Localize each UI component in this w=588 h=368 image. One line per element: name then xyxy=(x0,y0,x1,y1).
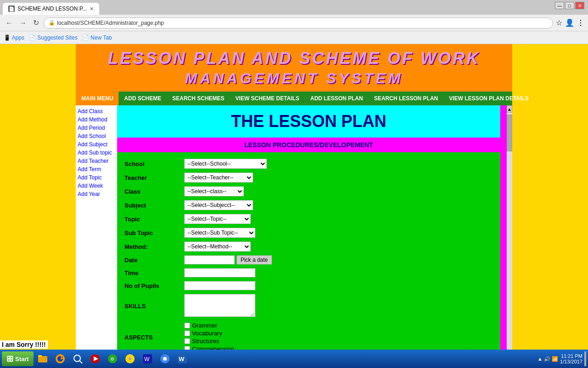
profile-icon[interactable]: 👤 xyxy=(565,18,574,27)
field-label-topic: Topic xyxy=(122,212,181,226)
header-banner: LESSON PLAN AND SCHEME OF WORK MANAGEMEN… xyxy=(76,44,512,92)
structures-checkbox[interactable] xyxy=(184,338,190,344)
bookmark-suggested[interactable]: 📄 Suggested Sites xyxy=(29,34,78,41)
minimize-button[interactable]: — xyxy=(555,2,564,9)
taskbar-app4[interactable]: ⚙ xyxy=(104,351,121,366)
forward-button[interactable]: → xyxy=(17,18,28,28)
sidebar-add-year[interactable]: Add Year xyxy=(78,190,115,198)
sidebar-add-teacher[interactable]: Add Teacher xyxy=(78,157,115,165)
field-label-no-of-pupils: No of Pupils xyxy=(122,279,181,292)
show-desktop[interactable] xyxy=(584,351,586,366)
svg-point-4 xyxy=(74,355,80,362)
table-row: ASPECTS Grammer Vocaburary xyxy=(122,320,496,354)
nav-add-scheme[interactable]: ADD SCHEME xyxy=(119,92,167,105)
scroll-thumb[interactable] xyxy=(507,115,512,151)
taskbar-app5[interactable]: W xyxy=(139,351,156,366)
table-row: No of Pupils xyxy=(122,279,496,292)
sidebar-add-subject[interactable]: Add Subject xyxy=(78,140,115,149)
url-text: localhost/SCHEME/Administrator_page.php xyxy=(57,20,164,26)
nav-search-schemes[interactable]: SEARCH SCHEMES xyxy=(167,92,230,105)
field-label-aspects: ASPECTS xyxy=(122,320,181,354)
taskbar-chrome[interactable] xyxy=(157,351,173,366)
svg-text:W: W xyxy=(179,356,185,362)
field-label-teacher: Teacher xyxy=(122,171,181,184)
table-row: Teacher --Select--Teacher-- xyxy=(122,171,496,184)
taskbar-clock: 11:21 PM 1/13/2017 xyxy=(560,353,582,364)
nav-view-lesson-plan-details[interactable]: VIEW LESSON PLAN DETAILS xyxy=(444,92,534,105)
checkbox-structures: Structures xyxy=(184,338,493,345)
method-select[interactable]: --Select--Method-- xyxy=(184,242,251,252)
field-label-class: Class xyxy=(122,184,181,198)
svg-rect-1 xyxy=(38,355,42,357)
class-select[interactable]: --Select--class-- xyxy=(184,186,244,196)
bookmark-apps[interactable]: 📱 Apps xyxy=(4,34,24,41)
svg-rect-0 xyxy=(38,356,47,362)
no-of-pupils-input[interactable] xyxy=(184,281,255,290)
taskbar-tray: ▲ 🔊 📶 11:21 PM 1/13/2017 xyxy=(537,351,586,366)
table-row: Class --Select--class-- xyxy=(122,184,496,198)
taskbar-search[interactable] xyxy=(69,351,86,366)
taskbar-firefox[interactable] xyxy=(52,351,68,366)
nav-main-menu[interactable]: MAIN MENU xyxy=(76,92,119,105)
back-button[interactable]: ← xyxy=(4,18,15,28)
svg-point-15 xyxy=(163,357,167,361)
sidebar-add-term[interactable]: Add Term xyxy=(78,165,115,173)
sidebar-add-school[interactable]: Add School xyxy=(78,132,115,140)
address-bar[interactable]: 🔒 localhost/SCHEME/Administrator_page.ph… xyxy=(44,17,553,29)
svg-text:W: W xyxy=(144,356,150,362)
table-row: Topic --Select--Topic-- xyxy=(122,212,496,226)
sidebar-add-topic[interactable]: Add Topic xyxy=(78,173,115,182)
taskbar-word[interactable]: W xyxy=(174,351,191,366)
sidebar: Add Class Add Method Add Period Add Scho… xyxy=(76,105,117,368)
close-button[interactable]: ✕ xyxy=(575,2,584,9)
nav-search-lesson-plan[interactable]: SEARCH LESSON PLAN xyxy=(368,92,443,105)
sidebar-add-period[interactable]: Add Period xyxy=(78,124,115,132)
aspects-checkboxes: Grammer Vocaburary Structures xyxy=(184,322,493,352)
svg-text:⚙: ⚙ xyxy=(110,356,114,362)
start-button[interactable]: ⊞ Start xyxy=(2,351,34,366)
scroll-up[interactable]: ▲ xyxy=(507,105,512,113)
tray-icons: ▲ 🔊 📶 xyxy=(537,356,558,362)
tab-close-button[interactable]: ✕ xyxy=(90,6,94,12)
subject-select[interactable]: --Select--Subjecct-- xyxy=(184,200,253,210)
svg-point-11 xyxy=(129,357,131,360)
teacher-select[interactable]: --Select--Teacher-- xyxy=(184,172,253,183)
school-select[interactable]: --Select--School-- xyxy=(184,159,267,169)
bookmark-icon[interactable]: ☆ xyxy=(556,18,562,27)
skills-textarea[interactable] xyxy=(184,294,255,317)
taskbar-disc[interactable] xyxy=(122,351,138,366)
field-label-subject: Subject xyxy=(122,198,181,212)
sidebar-add-week[interactable]: Add Week xyxy=(78,182,115,190)
grammer-checkbox[interactable] xyxy=(184,322,190,328)
checkbox-vocaburary: Vocaburary xyxy=(184,330,493,337)
browser-tab[interactable]: 📄 SCHEME AND LESSON P... ✕ xyxy=(3,3,99,15)
scrollbar[interactable]: ▲ ▼ xyxy=(507,105,512,368)
table-row: Subject --Select--Subjecct-- xyxy=(122,198,496,212)
sorry-text: I am Sorry !!!!! xyxy=(0,340,48,349)
sidebar-add-class[interactable]: Add Class xyxy=(78,107,115,115)
taskbar-media[interactable] xyxy=(87,351,103,366)
time-input[interactable] xyxy=(184,268,255,277)
topic-select[interactable]: --Select--Topic-- xyxy=(184,214,251,224)
pick-date-button[interactable]: Pick a date xyxy=(237,255,272,264)
date-input[interactable] xyxy=(184,255,235,264)
nav-add-lesson-plan[interactable]: ADD LESSON PLAN xyxy=(305,92,368,105)
svg-line-5 xyxy=(79,361,82,363)
table-row: Time xyxy=(122,266,496,279)
field-label-skills: SKILLS xyxy=(122,292,181,320)
vocaburary-checkbox[interactable] xyxy=(184,330,190,336)
field-label-method: Method: xyxy=(122,240,181,253)
taskbar-file-manager[interactable] xyxy=(34,351,51,366)
taskbar: ⊞ Start ⚙ W W ▲ 🔊 📶 11:21 PM 1/13/2017 xyxy=(0,350,588,368)
sidebar-add-method[interactable]: Add Method xyxy=(78,115,115,124)
sub-topic-select[interactable]: --Select--Sub Topic-- xyxy=(184,228,255,238)
tab-title: SCHEME AND LESSON P... xyxy=(17,6,87,12)
reload-button[interactable]: ↻ xyxy=(31,17,41,28)
nav-view-scheme-details[interactable]: VIEW SCHEME DETAILS xyxy=(230,92,305,105)
maximize-button[interactable]: □ xyxy=(565,2,574,9)
nav-menu: MAIN MENU ADD SCHEME SEARCH SCHEMES VIEW… xyxy=(76,92,512,105)
field-label-sub-topic: Sub Topic xyxy=(122,226,181,240)
extensions-icon[interactable]: ⋮ xyxy=(577,18,584,27)
bookmark-new-tab[interactable]: 📄 New Tab xyxy=(82,34,112,41)
sidebar-add-sub-topic[interactable]: Add Sub topic xyxy=(78,149,115,157)
